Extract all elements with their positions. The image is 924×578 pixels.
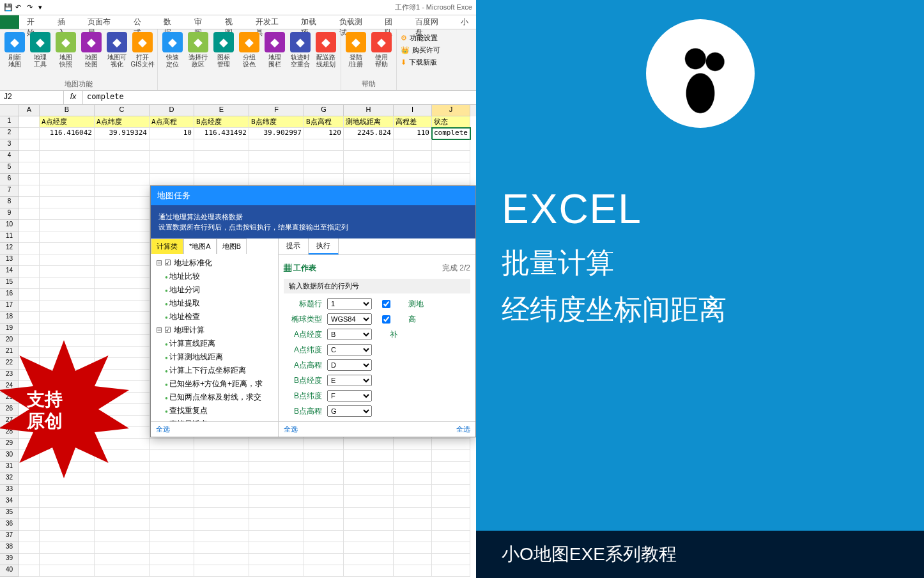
cell[interactable] bbox=[40, 151, 95, 162]
form-select-all-left[interactable]: 全选 bbox=[284, 425, 298, 434]
cell[interactable] bbox=[40, 485, 95, 496]
tree-node[interactable]: 查找重复点 bbox=[153, 404, 275, 418]
cell[interactable]: 110 bbox=[394, 128, 432, 139]
cell[interactable] bbox=[432, 473, 470, 485]
field-select[interactable]: E bbox=[327, 375, 372, 386]
save-icon[interactable]: 💾 bbox=[4, 3, 13, 12]
ribbon-setting[interactable]: ⚙ 功能设置 bbox=[399, 32, 442, 44]
cell[interactable] bbox=[150, 139, 194, 151]
cell[interactable]: 116.431492 bbox=[194, 128, 249, 139]
ribbon-tab[interactable]: 公式 bbox=[126, 15, 157, 29]
row-header[interactable]: 34 bbox=[0, 496, 19, 508]
tab-file[interactable] bbox=[0, 15, 19, 29]
ribbon-tab[interactable]: 数据 bbox=[156, 15, 187, 29]
cell[interactable] bbox=[95, 531, 150, 542]
cell[interactable] bbox=[95, 554, 150, 565]
row-header[interactable]: 35 bbox=[0, 508, 19, 519]
cell[interactable] bbox=[432, 496, 470, 508]
cell[interactable] bbox=[150, 508, 194, 519]
cell[interactable] bbox=[344, 531, 394, 542]
cell[interactable] bbox=[19, 519, 40, 531]
row-header[interactable]: 6 bbox=[0, 174, 19, 185]
form-tab[interactable]: 执行 bbox=[309, 238, 339, 254]
cell[interactable] bbox=[95, 542, 150, 554]
row-header[interactable]: 13 bbox=[0, 254, 19, 266]
cell[interactable] bbox=[304, 485, 344, 496]
cell[interactable] bbox=[40, 231, 95, 243]
cell[interactable] bbox=[304, 554, 344, 565]
cell[interactable] bbox=[150, 439, 194, 450]
cell[interactable] bbox=[344, 151, 394, 162]
row-header[interactable]: 5 bbox=[0, 162, 19, 174]
cell[interactable] bbox=[40, 185, 95, 197]
cell[interactable] bbox=[19, 116, 40, 128]
cell[interactable]: 10 bbox=[150, 128, 194, 139]
cell[interactable] bbox=[95, 151, 150, 162]
column-header[interactable]: A bbox=[19, 105, 40, 116]
tree-node[interactable]: 已知两点坐标及射线，求交 bbox=[153, 391, 275, 404]
tree-node[interactable]: 地址检查 bbox=[153, 310, 275, 324]
cell[interactable] bbox=[249, 531, 304, 542]
cell[interactable] bbox=[394, 151, 432, 162]
ribbon-tab[interactable]: 加载项 bbox=[293, 15, 332, 29]
cell[interactable] bbox=[40, 289, 95, 301]
cell[interactable] bbox=[40, 508, 95, 519]
row-header[interactable]: 10 bbox=[0, 220, 19, 231]
column-header[interactable]: H bbox=[344, 105, 394, 116]
tree-node[interactable]: 已知坐标+方位角+距离，求 bbox=[153, 377, 275, 391]
cell[interactable] bbox=[150, 542, 194, 554]
ribbon-button[interactable]: ◆地图绘图 bbox=[79, 32, 104, 78]
cell[interactable] bbox=[40, 266, 95, 277]
ribbon-setting[interactable]: ⬇ 下载新版 bbox=[399, 56, 442, 68]
cell[interactable] bbox=[19, 565, 40, 577]
cell[interactable] bbox=[432, 462, 470, 473]
cell[interactable] bbox=[19, 485, 40, 496]
row-header[interactable]: 16 bbox=[0, 289, 19, 301]
cell[interactable] bbox=[19, 243, 40, 254]
tree-node[interactable]: 计算测地线距离 bbox=[153, 350, 275, 364]
ribbon-tab[interactable]: 视图 bbox=[217, 15, 248, 29]
cell[interactable] bbox=[432, 554, 470, 565]
cell[interactable] bbox=[95, 220, 150, 231]
cell[interactable] bbox=[304, 162, 344, 174]
cell[interactable] bbox=[40, 519, 95, 531]
row-header[interactable]: 17 bbox=[0, 301, 19, 312]
ribbon-tab[interactable]: 开发工具 bbox=[248, 15, 293, 29]
cell[interactable] bbox=[394, 462, 432, 473]
cell[interactable] bbox=[40, 139, 95, 151]
cell[interactable] bbox=[304, 531, 344, 542]
form-select-all-right[interactable]: 全选 bbox=[456, 425, 470, 434]
cell[interactable] bbox=[40, 301, 95, 312]
field-checkbox[interactable] bbox=[382, 300, 390, 308]
cell[interactable] bbox=[249, 519, 304, 531]
ribbon-button[interactable]: ◆地理围栏 bbox=[263, 32, 287, 88]
tree-tab[interactable]: 计算类 bbox=[151, 238, 183, 254]
row-header[interactable]: 11 bbox=[0, 231, 19, 243]
cell[interactable] bbox=[432, 565, 470, 577]
cell[interactable] bbox=[194, 485, 249, 496]
cell[interactable]: 高程差 bbox=[394, 116, 432, 128]
ribbon-button[interactable]: ◆配送路线规划 bbox=[314, 32, 338, 88]
cell[interactable] bbox=[344, 542, 394, 554]
cell[interactable] bbox=[150, 473, 194, 485]
cell[interactable] bbox=[194, 439, 249, 450]
cell[interactable] bbox=[249, 542, 304, 554]
cell[interactable] bbox=[344, 450, 394, 462]
ribbon-tab[interactable]: 负载测试 bbox=[332, 15, 377, 29]
row-header[interactable]: 7 bbox=[0, 185, 19, 197]
cell[interactable] bbox=[40, 531, 95, 542]
field-checkbox[interactable] bbox=[382, 315, 390, 324]
ribbon-button[interactable]: ◆地图可视化 bbox=[105, 32, 129, 78]
row-header[interactable]: 8 bbox=[0, 197, 19, 208]
cell[interactable] bbox=[150, 554, 194, 565]
cell[interactable] bbox=[194, 531, 249, 542]
cell[interactable] bbox=[304, 508, 344, 519]
cell[interactable] bbox=[249, 151, 304, 162]
cell[interactable] bbox=[394, 450, 432, 462]
cell[interactable] bbox=[194, 473, 249, 485]
field-select[interactable]: D bbox=[327, 359, 372, 371]
column-header[interactable]: B bbox=[40, 105, 95, 116]
ribbon-button[interactable]: ◆选择行政区 bbox=[186, 32, 210, 88]
field-select[interactable]: WGS84 bbox=[327, 313, 372, 325]
cell[interactable] bbox=[249, 174, 304, 185]
